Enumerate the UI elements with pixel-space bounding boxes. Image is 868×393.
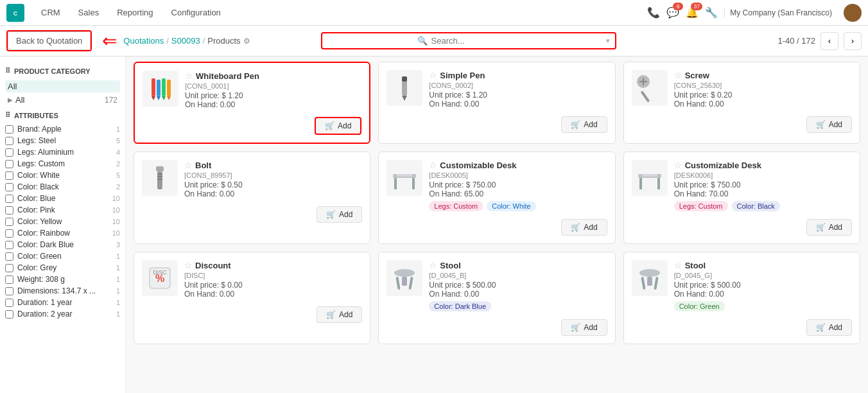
- product-price: Unit price: $ 1.20: [429, 91, 607, 100]
- add-to-order-button[interactable]: 🛒 Add: [561, 319, 607, 336]
- nav-configuration[interactable]: Configuration: [165, 5, 227, 20]
- attr-checkbox[interactable]: [5, 148, 13, 157]
- attr-checkbox[interactable]: [5, 241, 13, 249]
- attr-row[interactable]: Dimensions: 134.7 x ... 1: [5, 285, 120, 297]
- breadcrumb-order-link[interactable]: S00093: [171, 36, 200, 46]
- attr-row[interactable]: Color: Yellow 10: [5, 216, 120, 227]
- chat-icon[interactable]: 💬 6: [666, 6, 679, 19]
- attr-row[interactable]: Legs: Steel 5: [5, 135, 120, 146]
- attr-row[interactable]: Color: Dark Blue 3: [5, 239, 120, 250]
- attr-row[interactable]: Weight: 308 g 1: [5, 274, 120, 285]
- product-tag: Color: White: [487, 201, 536, 211]
- attr-row[interactable]: Brand: Apple 1: [5, 123, 120, 135]
- attr-row[interactable]: Color: Blue 10: [5, 193, 120, 204]
- attr-checkbox[interactable]: [5, 252, 13, 261]
- star-icon[interactable]: ☆: [429, 70, 437, 80]
- product-stock: On Hand: 0.00: [674, 290, 852, 299]
- product-info: ☆ Stool [D_0045_G] Unit price: $ 500.00 …: [674, 260, 852, 311]
- settings-icon[interactable]: ⚙: [243, 37, 250, 46]
- add-to-order-button[interactable]: 🛒 Add: [561, 219, 607, 236]
- product-tags: Color: Dark Blue: [429, 301, 607, 311]
- add-to-order-button[interactable]: 🛒 Add: [806, 319, 852, 336]
- pagination-prev[interactable]: ‹: [820, 32, 838, 50]
- phone-icon[interactable]: 📞: [647, 6, 660, 19]
- svg-rect-16: [640, 91, 650, 102]
- star-icon[interactable]: ☆: [184, 260, 193, 270]
- attr-checkbox[interactable]: [5, 137, 13, 145]
- attr-row[interactable]: Color: Rainbow 10: [5, 227, 120, 239]
- product-price: Unit price: $ 750.00: [674, 180, 852, 189]
- attr-checkbox[interactable]: [5, 299, 13, 307]
- attr-count: 5: [116, 137, 120, 144]
- breadcrumb-quotations-link[interactable]: Quotations: [123, 36, 164, 46]
- sidebar-category-all[interactable]: All: [5, 80, 120, 92]
- add-label: Add: [339, 310, 352, 319]
- attr-row[interactable]: Color: Grey 1: [5, 262, 120, 274]
- product-tag: Color: Green: [674, 301, 725, 311]
- app-logo: C: [6, 4, 24, 22]
- add-to-order-button[interactable]: 🛒 Add: [315, 117, 361, 135]
- red-arrow-icon: ⇐: [102, 30, 117, 51]
- star-icon[interactable]: ☆: [674, 70, 682, 80]
- nav-reporting[interactable]: Reporting: [110, 5, 159, 20]
- activity-icon[interactable]: 🔔 37: [686, 6, 699, 19]
- product-price: Unit price: $ 750.00: [429, 180, 607, 189]
- attr-checkbox[interactable]: [5, 171, 13, 180]
- star-icon[interactable]: ☆: [429, 260, 437, 270]
- breadcrumb-sep2: /: [203, 36, 205, 46]
- star-icon[interactable]: ☆: [184, 160, 193, 170]
- add-to-order-button[interactable]: 🛒 Add: [317, 206, 362, 223]
- attr-row[interactable]: Legs: Aluminium 4: [5, 146, 120, 158]
- product-card: ☆ Stool [D_0045_G] Unit price: $ 500.00 …: [623, 252, 860, 344]
- attr-row[interactable]: Legs: Custom 2: [5, 158, 120, 170]
- star-icon[interactable]: ☆: [185, 71, 193, 81]
- attr-checkbox[interactable]: [5, 183, 13, 191]
- attr-checkbox[interactable]: [5, 160, 13, 168]
- product-name: Simple Pen: [440, 71, 485, 80]
- attr-checkbox[interactable]: [5, 195, 13, 203]
- product-card: ☆ Customizable Desk [DESK0005] Unit pric…: [378, 152, 615, 244]
- attr-row[interactable]: Color: White 5: [5, 170, 120, 181]
- back-to-quotation-button[interactable]: Back to Quotation: [8, 31, 91, 50]
- attr-checkbox[interactable]: [5, 275, 13, 284]
- attr-checkbox[interactable]: [5, 218, 13, 226]
- search-dropdown-arrow[interactable]: ▾: [606, 37, 610, 45]
- add-to-order-button[interactable]: 🛒 Add: [561, 116, 607, 133]
- attr-row[interactable]: Duration: 1 year 1: [5, 297, 120, 308]
- add-to-order-button[interactable]: 🛒 Add: [317, 306, 362, 323]
- attr-checkbox[interactable]: [5, 264, 13, 272]
- nav-crm[interactable]: CRM: [35, 5, 67, 20]
- attr-label: Color: Pink: [17, 205, 55, 214]
- product-tag: Legs: Custom: [429, 201, 483, 211]
- nav-sales[interactable]: Sales: [72, 5, 106, 20]
- product-name: Stool: [685, 261, 706, 270]
- attr-checkbox[interactable]: [5, 206, 13, 214]
- attr-checkbox[interactable]: [5, 229, 13, 238]
- star-icon[interactable]: ☆: [429, 160, 437, 170]
- pagination-next[interactable]: ›: [844, 32, 862, 50]
- add-to-order-button[interactable]: 🛒 Add: [806, 116, 852, 133]
- attr-row[interactable]: Color: Pink 10: [5, 204, 120, 216]
- attr-row[interactable]: Color: Black 2: [5, 181, 120, 193]
- attr-row[interactable]: Duration: 2 year 1: [5, 308, 120, 320]
- attr-checkbox[interactable]: [5, 125, 13, 134]
- product-tag: Color: Black: [732, 201, 780, 211]
- add-to-order-button[interactable]: 🛒 Add: [806, 219, 852, 236]
- attr-checkbox[interactable]: [5, 310, 13, 319]
- star-icon[interactable]: ☆: [674, 260, 682, 270]
- attr-count: 2: [116, 183, 120, 191]
- attr-row[interactable]: Color: Green 1: [5, 250, 120, 262]
- sidebar-all-label: All: [15, 95, 24, 105]
- attributes-title: ⠿ ATTRIBUTES: [5, 111, 120, 119]
- svg-rect-29: [642, 174, 657, 177]
- tool-icon[interactable]: 🔧: [705, 6, 718, 19]
- product-stock: On Hand: 70.00: [674, 189, 852, 198]
- product-stock: On Hand: 0.00: [429, 100, 607, 109]
- search-input[interactable]: [431, 36, 606, 46]
- svg-rect-35: [409, 277, 413, 290]
- attr-count: 1: [116, 299, 120, 306]
- attr-checkbox[interactable]: [5, 287, 13, 295]
- avatar[interactable]: [844, 4, 862, 22]
- star-icon[interactable]: ☆: [674, 160, 682, 170]
- sidebar-all-expandable[interactable]: ▶ All 172: [5, 94, 120, 106]
